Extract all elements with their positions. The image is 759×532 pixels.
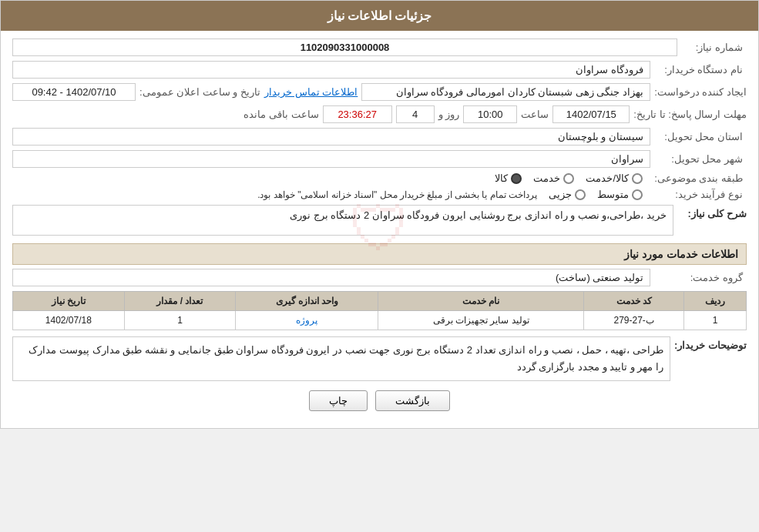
mohlat-saat-label: ساعت [521,109,549,120]
groه-label: گروه خدمت: [654,272,747,283]
mohlat-countdown: 23:36:27 [323,105,392,123]
sharh-label: شرح کلی نیاز: [677,205,747,219]
th-tedad: تعداد / مقدار [124,292,236,311]
noع-label-motavaset: متوسط [597,189,629,200]
sharh-value: خرید ،طراحی،و نصب و راه اندازی برج روشنا… [12,205,673,236]
th-radif: ردیف [684,292,747,311]
table-cell-4: 1 [124,311,236,330]
ijad-konande-value: بهزاد جنگی زهی شبستان کاردان امورمالی فر… [361,83,650,101]
ostan-row: استان محل تحویل: سیستان و بلوچستان [12,128,747,146]
table-cell-5: 1402/07/18 [13,311,125,330]
shemara-value: 1102090331000008 [12,38,677,56]
ijad-konande-label: ایجاد کننده درخواست: [654,86,747,98]
table-row: 1ب-27-279تولید سایر تجهیزات برقیپروژه114… [13,311,747,330]
tarikh-label: تاریخ و ساعت اعلان عمومی: [139,86,260,98]
groه-value: تولید صنعتی (ساخت) [12,269,650,286]
header-bar: جزئیات اطلاعات نیاز [1,1,758,31]
noع-note: پرداخت تمام یا بخشی از مبلغ خریدار محل "… [257,189,537,200]
noع-farayand-row: نوع فرآیند خرید: متوسط جزیی پرداخت تمام … [12,189,747,200]
noع-radio-jozii [575,189,586,200]
sharh-section: شرح کلی نیاز: خرید ،طراحی،و نصب و راه ان… [12,205,747,236]
tozihat-value: طراحی ،تهیه ، حمل ، نصب و راه اندازی تعد… [12,336,670,381]
mohlat-countdown-label: ساعت باقی مانده [243,109,318,120]
shahr-label: شهر محل تحویل: [654,153,747,165]
section-khadamat-title: اطلاعات خدمات مورد نیاز [12,243,747,265]
shemara-label: شماره نیاز: [677,42,747,53]
print-button[interactable]: چاپ [309,390,368,411]
page-wrapper: جزئیات اطلاعات نیاز 🛡 شماره نیاز: 110209… [0,0,759,429]
mohlat-rooz: 4 [396,105,435,123]
nam-dastgah-row: نام دستگاه خریدار: فرودگاه سراوان [12,61,747,79]
tabaqe-option-label-khadamat: خدمت [533,172,560,184]
noع-radio-motavaset [632,189,643,200]
tozihat-section: توضیحات خریدار: طراحی ،تهیه ، حمل ، نصب … [12,336,747,381]
tarikh-value: 1402/07/10 - 09:42 [12,83,136,101]
tozihat-label: توضیحات خریدار: [674,336,747,351]
table-cell-0: 1 [684,311,747,330]
groه-row: گروه خدمت: تولید صنعتی (ساخت) [12,269,747,286]
th-tarikh: تاریخ نیاز [13,292,125,311]
noع-option-jozii[interactable]: جزیی [549,189,586,200]
shemara-row: شماره نیاز: 1102090331000008 [12,38,747,56]
nam-dastgah-label: نام دستگاه خریدار: [654,64,747,75]
th-nam: نام خدمت [378,292,584,311]
tabaqe-row: طبقه بندی موضوعی: کالا/خدمت خدمت کالا [12,172,747,184]
ostan-label: استان محل تحویل: [654,131,747,142]
noع-farayand-label: نوع فرآیند خرید: [654,189,747,200]
ostan-value: سیستان و بلوچستان [12,128,650,146]
tabaqe-option-kala-khadamat[interactable]: کالا/خدمت [586,172,643,184]
mohlat-label: مهلت ارسال پاسخ: تا تاریخ: [633,109,747,120]
tabaqe-radio-kala [511,173,522,184]
tabaqe-option-khadamat[interactable]: خدمت [533,172,574,184]
shahr-row: شهر محل تحویل: سراوان [12,150,747,168]
table-cell-2: تولید سایر تجهیزات برقی [378,311,584,330]
noع-options-area: متوسط جزیی پرداخت تمام یا بخشی از مبلغ خ… [12,189,643,200]
noع-label-jozii: جزیی [549,189,572,200]
ijad-tarikh-row: ایجاد کننده درخواست: بهزاد جنگی زهی شبست… [12,83,747,101]
shahr-value: سراوان [12,150,650,168]
tabaqe-option-label-kala: کالا [495,172,508,184]
mohlat-row: مهلت ارسال پاسخ: تا تاریخ: 1402/07/15 سا… [12,105,747,123]
tabaqe-radio-kala-khadamat [632,173,643,184]
back-button[interactable]: بازگشت [375,390,450,411]
mohlat-date: 1402/07/15 [552,105,630,123]
tabaqe-label: طبقه بندی موضوعی: [654,172,747,184]
table-cell-3: پروژه [236,311,378,330]
tabaqe-option-kala[interactable]: کالا [495,172,522,184]
noع-option-motavaset[interactable]: متوسط [597,189,643,200]
th-vahed: واحد اندازه گیری [236,292,378,311]
tabaqe-option-label-kala-khadamat: کالا/خدمت [586,172,629,184]
header-title: جزئیات اطلاعات نیاز [327,9,432,22]
mohlat-rooz-label: روز و [438,109,460,120]
mohlat-saat: 10:00 [463,105,517,123]
table-cell-1: ب-27-279 [584,311,684,330]
amar-tamas-link[interactable]: اطلاعات تماس خریدار [264,86,358,98]
khadamat-table: ردیف کد خدمت نام خدمت واحد اندازه گیری ت… [12,291,747,330]
nam-dastgah-value: فرودگاه سراوان [12,61,650,79]
button-row: بازگشت چاپ [12,390,747,411]
tabaqe-radio-khadamat [563,173,574,184]
content-area: 🛡 شماره نیاز: 1102090331000008 نام دستگا… [1,31,758,428]
th-kod: کد خدمت [584,292,684,311]
